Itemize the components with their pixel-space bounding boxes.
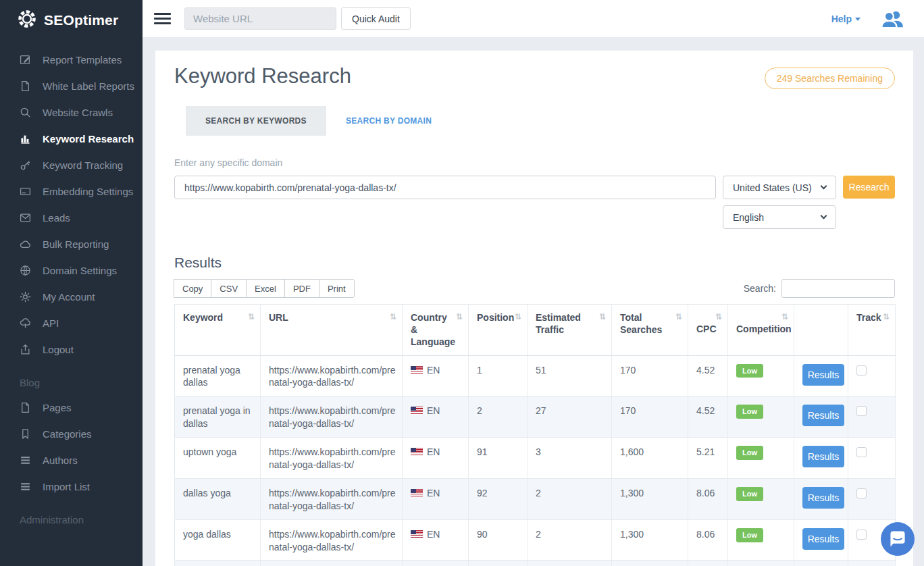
sidebar-item[interactable]: Report Templates (0, 47, 143, 72)
export-button[interactable]: CSV (211, 279, 247, 298)
sidebar-blog-nav: Pages Categories Authors Import List (0, 395, 143, 499)
column-header[interactable]: ⇅Total Searches (612, 305, 688, 356)
envelope-icon (20, 212, 31, 224)
sidebar-item-label: Bulk Reporting (43, 238, 109, 250)
track-checkbox[interactable] (856, 447, 867, 457)
table-row: yoga dallas https://www.kopabirth.com/pr… (175, 519, 896, 561)
column-header[interactable]: ⇅Competition (728, 305, 794, 356)
column-header[interactable]: ⇅URL (261, 305, 403, 356)
key-icon (20, 159, 31, 171)
sidebar-item[interactable]: Import List (0, 474, 143, 499)
chevron-down-icon (821, 213, 827, 220)
position-cell: 92 (469, 478, 528, 519)
list-icon (20, 481, 31, 492)
export-button[interactable]: Excel (246, 279, 285, 298)
sidebar-item[interactable]: Domain Settings (0, 258, 143, 283)
tab[interactable]: SEARCH BY DOMAIN (326, 106, 451, 136)
cpc-cell: 4.52 (688, 396, 728, 438)
sidebar-item[interactable]: Keyword Research (0, 126, 143, 151)
table-row: prenatal yoga in dallas https://www.kopa… (175, 396, 896, 438)
search-icon (20, 107, 31, 118)
column-header[interactable]: ⇅CPC (688, 305, 728, 356)
sidebar-item[interactable]: Bulk Reporting (0, 232, 143, 257)
topbar: Quick Audit Help (143, 0, 924, 37)
language-select[interactable]: English (723, 205, 836, 229)
position-cell: 91 (469, 438, 528, 479)
app-logo[interactable]: SEOptimer (0, 0, 143, 39)
track-cell (848, 355, 896, 396)
keyword-cell: prenatal yoga in dallas (175, 396, 261, 438)
estimated-traffic-cell: 3 (528, 438, 612, 479)
export-button[interactable]: Copy (174, 279, 211, 298)
results-button[interactable]: Results (802, 446, 844, 467)
sidebar-item[interactable]: Authors (0, 448, 143, 473)
domain-input[interactable] (174, 176, 716, 199)
column-header[interactable]: ⇅Estimated Traffic (528, 305, 612, 356)
total-searches-cell: 1,600 (612, 438, 688, 479)
sort-icon: ⇅ (599, 312, 606, 323)
column-header[interactable]: ⇅ (794, 305, 848, 356)
sidebar-item[interactable]: Keyword Tracking (0, 153, 143, 178)
sidebar-item[interactable]: Website Crawls (0, 100, 143, 125)
tab[interactable]: SEARCH BY KEYWORDS (186, 106, 326, 136)
sidebar-item[interactable]: API (0, 311, 143, 336)
country-language-cell: EN (403, 396, 469, 438)
sidebar-item[interactable]: Leads (0, 205, 143, 230)
results-cell: Results (794, 519, 848, 561)
position-cell: 29 (469, 561, 528, 566)
country-select[interactable]: United States (US) (723, 176, 836, 199)
total-searches-cell: 1,300 (612, 519, 688, 561)
export-button[interactable]: PDF (284, 279, 319, 298)
table-row: yoga class pregnancy https://www.kopabir… (175, 561, 896, 566)
results-cell: Results (794, 561, 848, 566)
total-searches-cell: 1,300 (612, 478, 688, 519)
table-search-input[interactable] (781, 279, 895, 298)
column-header[interactable]: ⇅Keyword (175, 305, 261, 356)
keyword-results-table: ⇅Keyword ⇅URL ⇅Country & Language ⇅Posit… (174, 304, 896, 566)
research-button[interactable]: Research (843, 176, 895, 199)
sidebar-nav: Report Templates White Label Reports Web… (0, 39, 143, 362)
sidebar-item-label: Logout (43, 344, 74, 355)
results-heading: Results (174, 255, 895, 271)
chevron-down-icon (855, 18, 861, 21)
export-button[interactable]: Print (319, 279, 355, 298)
country-language-cell: EN (403, 478, 469, 519)
sidebar-item[interactable]: Logout (0, 337, 143, 362)
help-dropdown[interactable]: Help (831, 14, 861, 24)
position-cell: 1 (469, 355, 528, 396)
sidebar-item[interactable]: My Account (0, 284, 143, 309)
column-header[interactable]: ⇅Country & Language (403, 305, 469, 356)
sidebar-item[interactable]: White Label Reports (0, 74, 143, 99)
estimated-traffic-cell: 27 (528, 396, 612, 438)
sidebar-item[interactable]: Embedding Settings (0, 179, 143, 204)
website-url-input[interactable] (184, 7, 336, 30)
users-icon[interactable] (881, 9, 904, 28)
chat-widget-button[interactable] (881, 522, 915, 559)
competition-cell: Low (728, 561, 794, 566)
results-cell: Results (794, 355, 848, 396)
results-button[interactable]: Results (802, 405, 844, 426)
sidebar-item-label: My Account (43, 291, 95, 303)
results-button[interactable]: Results (802, 364, 844, 386)
track-checkbox[interactable] (856, 488, 867, 498)
sidebar-item-label: White Label Reports (43, 80, 134, 92)
results-button[interactable]: Results (802, 528, 844, 550)
sidebar-item-label: Domain Settings (43, 265, 117, 276)
quick-audit-button[interactable]: Quick Audit (341, 7, 411, 30)
us-flag-icon (411, 407, 423, 415)
estimated-traffic-cell: 1 (528, 561, 612, 566)
track-checkbox[interactable] (856, 365, 867, 376)
export-buttons: Copy CSV Excel PDF Print (174, 279, 355, 298)
track-checkbox[interactable] (856, 406, 867, 416)
track-checkbox[interactable] (856, 530, 867, 540)
sidebar-item[interactable]: Categories (0, 421, 143, 446)
hamburger-menu-icon[interactable] (154, 13, 171, 24)
bar-chart-icon (20, 133, 31, 145)
results-button[interactable]: Results (802, 487, 844, 509)
sort-icon: ⇅ (883, 312, 890, 323)
sort-icon: ⇅ (515, 312, 521, 323)
column-header[interactable]: ⇅Position (469, 305, 528, 356)
url-cell: https://www.kopabirth.com/prenatal-yoga-… (261, 355, 403, 396)
column-header[interactable]: ⇅Track (848, 305, 896, 356)
sidebar-item[interactable]: Pages (0, 395, 143, 420)
